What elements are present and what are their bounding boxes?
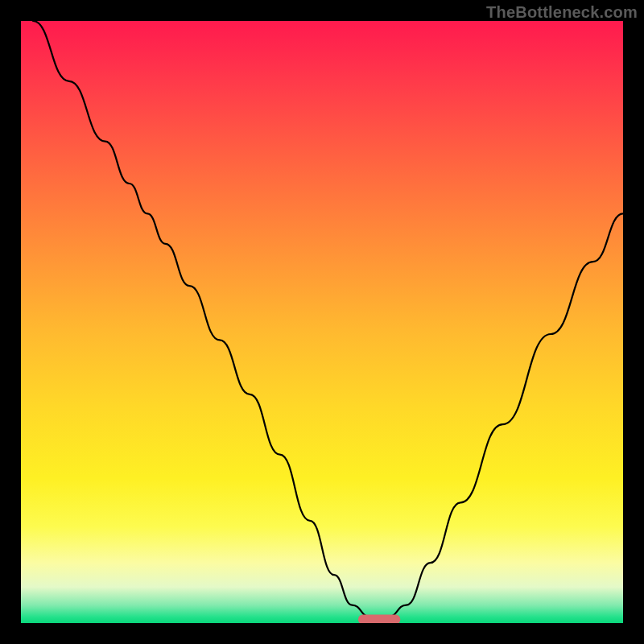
watermark-text: TheBottleneck.com xyxy=(486,3,638,22)
optimal-marker xyxy=(358,615,400,624)
bottleneck-curve xyxy=(33,21,623,617)
chart-svg xyxy=(21,21,623,623)
chart-plot-area xyxy=(21,21,623,623)
